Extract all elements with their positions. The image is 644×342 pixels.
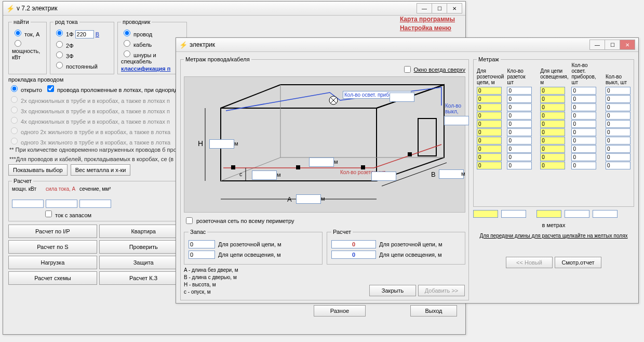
metrage-cell-c4-r6[interactable] bbox=[606, 137, 630, 144]
weight-button[interactable]: Вес металла и х-ки bbox=[71, 164, 131, 176]
metrage-cell-c1-r4[interactable] bbox=[507, 120, 532, 128]
add-button[interactable]: Добавить >> bbox=[418, 285, 465, 296]
maximize-button[interactable]: ☐ bbox=[432, 3, 447, 14]
metrage-cell-c3-r0[interactable] bbox=[571, 87, 596, 95]
metrage-cell-c4-r3[interactable] bbox=[606, 112, 630, 120]
win2-minimize[interactable]: — bbox=[589, 40, 605, 50]
metrage-cell-c4-r1[interactable] bbox=[606, 95, 630, 103]
volt-unit[interactable]: В bbox=[96, 31, 99, 37]
A-input[interactable] bbox=[296, 194, 321, 204]
metrage-cell-c3-r3[interactable] bbox=[571, 112, 596, 120]
metrage-cell-c2-r2[interactable] bbox=[540, 103, 565, 111]
B-input[interactable] bbox=[439, 169, 464, 179]
metrage-cell-c1-r5[interactable] bbox=[507, 128, 532, 136]
metrage-cell-c3-r7[interactable] bbox=[571, 145, 596, 153]
metrage-cell-c4-r2[interactable] bbox=[606, 103, 630, 111]
sum-roz-sht[interactable] bbox=[501, 210, 526, 218]
1f-radio[interactable]: 1Ф В bbox=[53, 28, 111, 38]
metrage-cell-c3-r5[interactable] bbox=[571, 128, 596, 136]
c-input[interactable] bbox=[252, 170, 277, 180]
proverit-button[interactable]: Проверить bbox=[99, 240, 188, 254]
osvet-input[interactable] bbox=[390, 93, 414, 102]
metrage-cell-c2-r1[interactable] bbox=[540, 95, 565, 103]
metrage-cell-c2-r3[interactable] bbox=[540, 112, 565, 120]
klass-link[interactable]: классификация п bbox=[121, 65, 170, 72]
metrage-cell-c1-r1[interactable] bbox=[507, 95, 532, 103]
kabel-radio[interactable]: кабель bbox=[121, 38, 183, 48]
metrage-cell-c4-r0[interactable] bbox=[606, 87, 630, 95]
metrage-cell-c2-r0[interactable] bbox=[540, 87, 565, 95]
vyhod-button[interactable]: Выход bbox=[410, 305, 457, 317]
zapas-roz-input[interactable] bbox=[189, 240, 215, 248]
metrage-cell-c4-r9[interactable] bbox=[606, 162, 630, 169]
lotki-check[interactable] bbox=[47, 85, 54, 92]
metrage-cell-c0-r7[interactable] bbox=[477, 145, 502, 153]
metrage-cell-c0-r4[interactable] bbox=[477, 120, 502, 128]
s-button[interactable]: Расчет по S bbox=[8, 240, 97, 254]
metrage-cell-c1-r9[interactable] bbox=[507, 162, 532, 169]
sum-osv-m[interactable] bbox=[536, 210, 561, 218]
zashita-button[interactable]: Защита bbox=[99, 256, 188, 269]
metrage-cell-c4-r8[interactable] bbox=[606, 153, 630, 161]
novyi-button[interactable]: << Новый bbox=[506, 257, 553, 268]
metrage-cell-c1-r0[interactable] bbox=[507, 87, 532, 95]
metrage-cell-c0-r9[interactable] bbox=[477, 162, 502, 169]
shnury-radio[interactable]: шнуры и спецкабель bbox=[121, 49, 183, 64]
close-button[interactable]: ✕ bbox=[447, 3, 462, 14]
win2-maximize[interactable]: ☐ bbox=[605, 40, 620, 50]
metrage-cell-c1-r8[interactable] bbox=[507, 153, 532, 161]
minimize-button[interactable]: — bbox=[417, 3, 432, 14]
sum-prib[interactable] bbox=[565, 210, 589, 218]
smotr-button[interactable]: Смотр.отчет bbox=[555, 257, 601, 268]
sila-input[interactable] bbox=[46, 200, 77, 208]
metrage-cell-c0-r6[interactable] bbox=[477, 137, 502, 144]
sum-roz-m[interactable] bbox=[473, 210, 498, 218]
metrage-cell-c1-r3[interactable] bbox=[507, 112, 532, 120]
shemy-button[interactable]: Расчет схемы bbox=[8, 271, 97, 285]
moshn-input[interactable] bbox=[12, 200, 44, 208]
metrage-cell-c1-r6[interactable] bbox=[507, 137, 532, 144]
metrage-cell-c0-r5[interactable] bbox=[477, 128, 502, 136]
metrage-cell-c0-r1[interactable] bbox=[477, 95, 502, 103]
provod-radio[interactable]: провод bbox=[121, 28, 183, 37]
ip-button[interactable]: Расчет по I/P bbox=[8, 225, 97, 238]
show-select-button[interactable]: Показывать выбор bbox=[8, 164, 68, 176]
nagruzka-button[interactable]: Нагрузка bbox=[8, 256, 97, 269]
always-top-check[interactable]: Окно всегда сверху bbox=[402, 64, 465, 74]
post-radio[interactable]: постоянный bbox=[53, 60, 111, 70]
metrage-cell-c3-r9[interactable] bbox=[571, 162, 596, 169]
metrage-cell-c3-r8[interactable] bbox=[571, 153, 596, 161]
win2-close[interactable]: ✕ bbox=[620, 40, 635, 50]
metrage-cell-c2-r7[interactable] bbox=[540, 145, 565, 153]
perimeter-check[interactable] bbox=[186, 217, 193, 224]
kvartira-button[interactable]: Квартира bbox=[99, 225, 188, 238]
find-moshn-radio[interactable]: мощность, кВт bbox=[12, 38, 43, 60]
metrage-cell-c0-r3[interactable] bbox=[477, 112, 502, 120]
raznoe-button[interactable]: Разное bbox=[314, 305, 366, 317]
metrage-cell-c4-r4[interactable] bbox=[606, 120, 630, 128]
metrage-cell-c3-r4[interactable] bbox=[571, 120, 596, 128]
rozetok-input[interactable] bbox=[371, 172, 396, 181]
metrage-cell-c3-r2[interactable] bbox=[571, 103, 596, 111]
metrage-cell-c1-r2[interactable] bbox=[507, 103, 532, 111]
metrage-cell-c4-r7[interactable] bbox=[606, 145, 630, 153]
zapas-osv-input[interactable] bbox=[189, 251, 215, 259]
metrage-cell-c2-r9[interactable] bbox=[540, 162, 565, 169]
metrage-cell-c2-r4[interactable] bbox=[540, 120, 565, 128]
H-input[interactable] bbox=[209, 139, 234, 149]
metrage-cell-c3-r6[interactable] bbox=[571, 137, 596, 144]
karta-link[interactable]: Карта программы bbox=[400, 16, 455, 23]
metrage-cell-c4-r5[interactable] bbox=[606, 128, 630, 136]
find-tok-radio[interactable]: ток, А bbox=[12, 28, 43, 37]
2f-radio[interactable]: 2Ф bbox=[53, 40, 111, 49]
metrage-cell-c3-r1[interactable] bbox=[571, 95, 596, 103]
sech-input[interactable] bbox=[79, 200, 111, 208]
metrage-cell-c1-r7[interactable] bbox=[507, 145, 532, 153]
3f-radio[interactable]: 3Ф bbox=[53, 50, 111, 59]
metrage-cell-c2-r6[interactable] bbox=[540, 137, 565, 144]
metrage-cell-c2-r5[interactable] bbox=[540, 128, 565, 136]
metrage-cell-c0-r8[interactable] bbox=[477, 153, 502, 161]
k3-button[interactable]: Расчет К.З bbox=[99, 271, 188, 285]
vykl-input[interactable] bbox=[444, 116, 469, 125]
metrage-cell-c2-r8[interactable] bbox=[540, 153, 565, 161]
